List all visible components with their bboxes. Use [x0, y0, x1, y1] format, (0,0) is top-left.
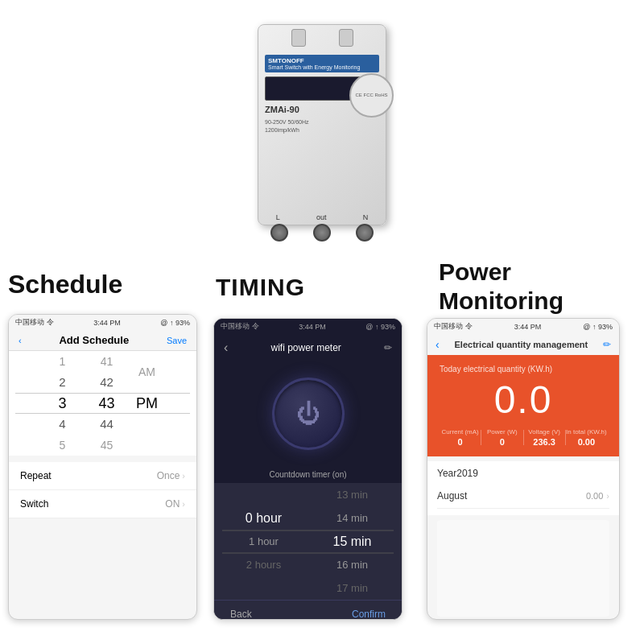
- schedule-section-label: Schedule: [8, 270, 122, 299]
- timer-min-15[interactable]: 15 min: [308, 530, 397, 553]
- certification-badge: CE FCC RoHS: [349, 73, 394, 118]
- stat-total-label: In total (KW.h): [566, 428, 607, 436]
- repeat-label: Repeat: [20, 470, 52, 481]
- device-bottom: L out N: [258, 213, 386, 242]
- timer-min-16[interactable]: 16 min: [308, 553, 397, 576]
- minute-item-43[interactable]: 43: [85, 393, 129, 414]
- switch-row[interactable]: Switch ON ›: [9, 490, 196, 518]
- history-chevron: ›: [606, 491, 609, 501]
- product-area: SMTONOFF Smart Switch with Energy Monito…: [0, 0, 644, 250]
- timer-hour-placeholder-bottom: [220, 576, 308, 600]
- minute-picker-column[interactable]: 41 42 43 44 45: [85, 351, 129, 456]
- hour-item-1[interactable]: 1: [40, 351, 85, 372]
- switch-label: Switch: [20, 498, 48, 510]
- power-button[interactable]: ⏻: [272, 378, 345, 450]
- timing-phone: 中国移动 令 3:44 PM @ ↑ 93% ‹ wifi power mete…: [213, 318, 402, 620]
- history-august-row[interactable]: August 0.00 ›: [437, 484, 609, 509]
- stat-current: Current (mA) 0: [440, 428, 481, 447]
- switch-value: ON ›: [165, 498, 185, 510]
- device-body: SMTONOFF Smart Switch with Energy Monito…: [258, 24, 386, 225]
- timing-carrier: 中国移动 令: [221, 321, 259, 332]
- timer-min-13[interactable]: 13 min: [308, 483, 397, 506]
- stat-power: Power (W) 0: [481, 428, 522, 447]
- schedule-back-button[interactable]: ‹: [19, 336, 22, 345]
- minute-item-42[interactable]: 42: [85, 372, 129, 393]
- connector-L: [291, 29, 306, 47]
- today-energy-label: Today electrical quantity (KW.h): [440, 365, 607, 374]
- energy-hero: Today electrical quantity (KW.h) 0.0 Cur…: [427, 355, 619, 456]
- stat-voltage-value: 236.3: [524, 437, 565, 447]
- schedule-battery: @ ↑ 93%: [160, 319, 190, 327]
- timing-confirm-btn[interactable]: Confirm: [352, 609, 386, 620]
- power-header-title: Electrical quantity management: [455, 340, 588, 349]
- hour-picker-column[interactable]: 1 2 3 4 5: [40, 351, 85, 456]
- power-edit-button[interactable]: ✏: [603, 339, 611, 350]
- stat-power-value: 0: [481, 437, 522, 447]
- timing-status-bar: 中国移动 令 3:44 PM @ ↑ 93%: [214, 319, 402, 334]
- stat-power-label: Power (W): [481, 428, 522, 436]
- history-month-label: August: [437, 490, 467, 502]
- ampm-item-pm[interactable]: PM: [129, 393, 165, 414]
- stat-voltage: Voltage (V) 236.3: [524, 428, 565, 447]
- timing-section-label: TIMING: [216, 274, 305, 301]
- timing-back-btn[interactable]: Back: [230, 609, 252, 620]
- schedule-phone: 中国移动 令 3:44 PM @ ↑ 93% ‹ Add Schedule Sa…: [8, 314, 197, 620]
- history-year: Year2019: [437, 468, 609, 479]
- hour-item-3[interactable]: 3: [40, 393, 85, 414]
- schedule-header-title: Add Schedule: [59, 334, 129, 346]
- timer-picker-area[interactable]: 0 hour 1 hour 2 hours 13 min 14 min 15 m…: [214, 483, 402, 600]
- stat-current-value: 0: [440, 437, 481, 447]
- schedule-save-button[interactable]: Save: [167, 336, 187, 345]
- timing-time: 3:44 PM: [299, 323, 326, 331]
- hour-item-4[interactable]: 4: [40, 414, 85, 435]
- energy-stats-row: Current (mA) 0 Power (W) 0 Voltage (V) 2…: [440, 428, 607, 447]
- timer-hour-1[interactable]: 1 hour: [220, 530, 308, 553]
- minute-item-45[interactable]: 45: [85, 435, 129, 456]
- energy-history: Year2019 August 0.00 ›: [427, 461, 619, 515]
- power-back-button[interactable]: ‹: [436, 338, 440, 351]
- settings-section: Repeat Once › Switch ON ›: [9, 462, 196, 518]
- device-illustration: SMTONOFF Smart Switch with Energy Monito…: [233, 8, 411, 242]
- power-status-bar: 中国移动 令 3:44 PM @ ↑ 93%: [427, 319, 619, 334]
- timer-hour-2[interactable]: 2 hours: [220, 553, 308, 576]
- timer-minute-column[interactable]: 13 min 14 min 15 min 16 min 17 min: [308, 483, 397, 600]
- repeat-row[interactable]: Repeat Once ›: [9, 462, 196, 490]
- schedule-header: ‹ Add Schedule Save: [9, 330, 196, 351]
- hour-item-5[interactable]: 5: [40, 435, 85, 456]
- power-section-label: PowerMonitoring: [439, 258, 564, 316]
- device-specs: 90-250V 50/60Hz 1200imp/kWh: [265, 118, 379, 134]
- today-energy-value: 0.0: [440, 378, 607, 422]
- timing-header: ‹ wifi power meter ✏: [214, 334, 402, 361]
- time-picker-columns[interactable]: 1 2 3 4 5 41 42 43 44 45 AM PM: [9, 351, 196, 456]
- stat-total: In total (KW.h) 0.00: [566, 428, 607, 447]
- history-month-value: 0.00 ›: [586, 491, 609, 501]
- voltage-spec: 90-250V 50/60Hz: [265, 118, 379, 126]
- timing-footer: Back Confirm: [214, 600, 402, 620]
- ampm-item-am[interactable]: AM: [129, 351, 165, 393]
- timing-edit-button[interactable]: ✏: [384, 342, 392, 353]
- timer-hour-0[interactable]: 0 hour: [220, 506, 308, 530]
- schedule-carrier: 中国移动 令: [15, 317, 54, 328]
- label-L: L: [276, 213, 280, 221]
- switch-chevron: ›: [182, 499, 185, 509]
- timer-min-14[interactable]: 14 min: [308, 506, 397, 530]
- hour-item-2[interactable]: 2: [40, 372, 85, 393]
- stat-total-value: 0.00: [566, 437, 607, 447]
- ampm-picker-column[interactable]: AM PM: [129, 351, 165, 456]
- stat-voltage-label: Voltage (V): [524, 428, 565, 436]
- timer-min-17[interactable]: 17 min: [308, 576, 397, 600]
- schedule-status-bar: 中国移动 令 3:44 PM @ ↑ 93%: [9, 315, 196, 330]
- time-picker[interactable]: 1 2 3 4 5 41 42 43 44 45 AM PM: [9, 351, 196, 456]
- countdown-label: Countdown timer (on): [214, 466, 402, 483]
- minute-item-44[interactable]: 44: [85, 414, 129, 435]
- empty-state: [437, 520, 609, 617]
- schedule-time: 3:44 PM: [93, 319, 121, 327]
- bottom-knob-out: [313, 224, 331, 242]
- timer-hour-placeholder-top: [220, 483, 308, 506]
- stat-current-label: Current (mA): [440, 428, 481, 436]
- minute-item-41[interactable]: 41: [85, 351, 129, 372]
- label-N: N: [363, 213, 369, 221]
- bottom-knob-N: [356, 224, 374, 242]
- timer-hour-column[interactable]: 0 hour 1 hour 2 hours: [220, 483, 308, 600]
- label-out: out: [316, 213, 327, 221]
